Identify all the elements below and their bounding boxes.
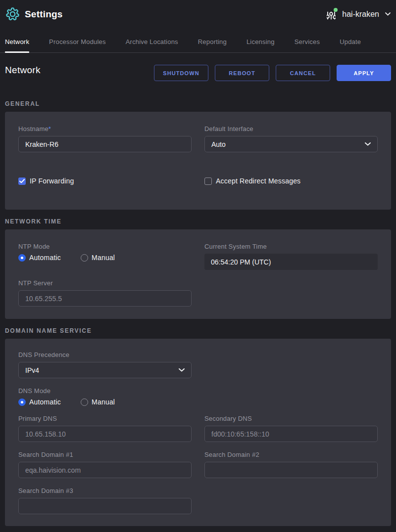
- select-chevron-icon: [179, 368, 185, 372]
- app-title: Settings: [25, 9, 63, 20]
- hostname-input[interactable]: [18, 136, 192, 152]
- ntp-mode-label: NTP Mode: [18, 243, 192, 250]
- search-domain-2-input[interactable]: [204, 462, 378, 478]
- tab-network[interactable]: Network: [5, 28, 29, 52]
- select-chevron-icon: [365, 142, 371, 146]
- page-title: Network: [5, 65, 41, 76]
- radio-selected-icon: [18, 254, 26, 262]
- dns-mode-automatic-radio[interactable]: Automatic: [18, 398, 61, 406]
- radio-selected-icon: [18, 399, 26, 406]
- radio-unselected-icon: [81, 254, 88, 262]
- dns-precedence-select[interactable]: IPv4: [18, 362, 192, 378]
- search-domain-1-input[interactable]: [18, 462, 192, 478]
- account-name: hai-kraken: [342, 10, 379, 19]
- tab-archive-locations[interactable]: Archive Locations: [126, 28, 178, 52]
- tab-update[interactable]: Update: [340, 28, 361, 52]
- ntp-server-input[interactable]: [18, 290, 192, 307]
- tab-licensing[interactable]: Licensing: [247, 28, 275, 52]
- section-general: GENERAL Hostname* Default Interface Auto…: [0, 100, 396, 210]
- accept-redirect-checkbox[interactable]: Accept Redirect Messages: [204, 177, 378, 185]
- ntp-mode-manual-radio[interactable]: Manual: [81, 254, 115, 262]
- sliders-icon: [327, 11, 336, 20]
- topbar: Settings hai-kraken: [0, 0, 396, 28]
- page-actions: SHUTDOWN REBOOT CANCEL APPLY: [154, 65, 391, 81]
- section-network-time: NETWORK TIME NTP Mode Automatic Manual C…: [0, 218, 396, 319]
- ip-forwarding-checkbox[interactable]: IP Forwarding: [18, 177, 192, 185]
- ip-forwarding-label: IP Forwarding: [30, 177, 74, 185]
- general-heading: GENERAL: [5, 100, 391, 107]
- primary-dns-label: Primary DNS: [18, 415, 192, 422]
- cancel-button[interactable]: CANCEL: [276, 65, 330, 81]
- settings-tabs: Network Processor Modules Archive Locati…: [0, 28, 396, 53]
- shutdown-button[interactable]: SHUTDOWN: [154, 65, 208, 81]
- default-interface-select[interactable]: Auto: [204, 136, 378, 152]
- search-domain-3-label: Search Domain #3: [18, 488, 192, 494]
- current-system-time-label: Current System Time: [204, 243, 378, 250]
- accept-redirect-label: Accept Redirect Messages: [216, 177, 300, 185]
- primary-dns-input[interactable]: [18, 426, 192, 442]
- secondary-dns-input[interactable]: [204, 426, 378, 442]
- reboot-button[interactable]: REBOOT: [215, 65, 269, 81]
- status-online-dot: [334, 8, 338, 12]
- apply-button[interactable]: APPLY: [337, 65, 391, 81]
- required-asterisk: *: [49, 125, 51, 133]
- radio-unselected-icon: [81, 399, 88, 406]
- dns-precedence-label: DNS Precedence: [18, 352, 192, 358]
- ntp-server-label: NTP Server: [18, 280, 192, 287]
- dns-mode-manual-radio[interactable]: Manual: [81, 398, 115, 406]
- search-domain-3-input[interactable]: [18, 498, 192, 514]
- section-dns: DOMAIN NAME SERVICE DNS Precedence IPv4 …: [0, 327, 396, 526]
- dns-mode-label: DNS Mode: [18, 388, 192, 395]
- ntp-mode-automatic-radio[interactable]: Automatic: [18, 254, 61, 262]
- settings-gear-icon: [5, 7, 20, 21]
- search-domain-1-label: Search Domain #1: [18, 451, 192, 458]
- checkbox-checked-icon: [18, 177, 26, 185]
- account-menu[interactable]: hai-kraken: [327, 8, 391, 21]
- chevron-down-icon: [385, 12, 391, 16]
- dns-heading: DOMAIN NAME SERVICE: [5, 327, 391, 334]
- secondary-dns-label: Secondary DNS: [204, 415, 378, 422]
- tab-services[interactable]: Services: [295, 28, 320, 52]
- current-system-time-value: 06:54:20 PM (UTC): [204, 254, 378, 270]
- checkbox-unchecked-icon: [204, 177, 212, 185]
- hostname-label: Hostname*: [18, 126, 192, 133]
- search-domain-2-label: Search Domain #2: [204, 451, 378, 458]
- default-interface-label: Default Interface: [204, 126, 378, 133]
- network-time-heading: NETWORK TIME: [5, 218, 391, 225]
- tab-processor-modules[interactable]: Processor Modules: [49, 28, 106, 52]
- tab-reporting[interactable]: Reporting: [198, 28, 227, 52]
